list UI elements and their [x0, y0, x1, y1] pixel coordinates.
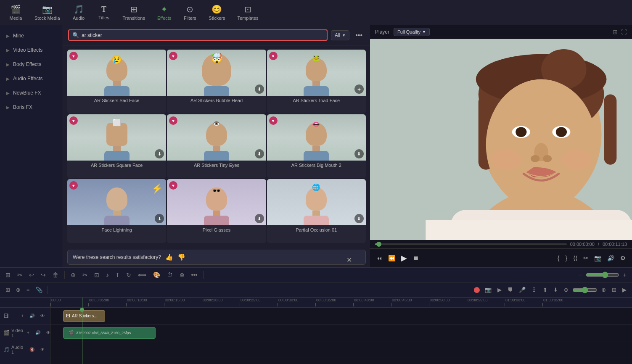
close-satisfaction-button[interactable]: ✕: [341, 253, 357, 267]
download-badge[interactable]: ⬇: [255, 149, 264, 158]
more2-button[interactable]: •••: [189, 270, 200, 280]
effect-tiny-eyes[interactable]: 👁️ ♥ ⬇ AR Stickers Tiny Eyes: [167, 114, 266, 178]
sidebar-item-audio-effects[interactable]: ▶ Audio Effects: [0, 71, 63, 86]
thumbs-down-button[interactable]: 👎: [177, 253, 185, 261]
tl-add-button[interactable]: ⊞: [3, 285, 12, 294]
download-badge[interactable]: ⬇: [255, 214, 264, 223]
effect-partial-occlusion[interactable]: 🌐 ⬇ Partial Occlusion 01: [267, 179, 366, 243]
effect-toad-face[interactable]: 🐸 ♥ + AR Stickers Toad Face: [267, 50, 366, 113]
mark-out-button[interactable]: }: [564, 253, 569, 263]
playhead-top[interactable]: [80, 308, 84, 312]
add-badge[interactable]: +: [354, 84, 364, 94]
redo-button[interactable]: ↪: [39, 270, 48, 280]
search-input[interactable]: [82, 32, 323, 38]
cut-button[interactable]: ✂: [80, 270, 90, 280]
group-button[interactable]: ⊕: [69, 270, 78, 280]
quality-select[interactable]: Full Quality ▼: [394, 28, 430, 36]
tl-mic-button[interactable]: 🎤: [517, 285, 528, 294]
tl-group-button[interactable]: ⊕: [14, 285, 23, 294]
ar-sticker-clip[interactable]: 🎞 AR Stickers...: [63, 310, 105, 322]
ruler-mark-5: 00:00:25:00: [240, 298, 278, 306]
filter-dropdown[interactable]: All ▼: [331, 30, 349, 40]
tl-export-button[interactable]: ⬆: [541, 285, 550, 294]
thumbs-up-button[interactable]: 👍: [165, 253, 173, 261]
tl-camera-button[interactable]: 📷: [483, 285, 494, 294]
track-volume-btn2[interactable]: 🔊: [33, 329, 42, 336]
toolbar-audio[interactable]: 🎵 Audio: [67, 2, 90, 23]
effect-big-mouth-2[interactable]: 👄 ♥ ⬇ AR Stickers Big Mouth 2: [267, 114, 366, 178]
zoom-slider[interactable]: [586, 272, 619, 278]
track-volume-btn[interactable]: 🔊: [27, 312, 37, 319]
tl-shield-button[interactable]: ⛊: [505, 285, 515, 294]
text-button[interactable]: T: [114, 270, 122, 280]
split-button[interactable]: ✂: [582, 253, 590, 263]
stabilize-button[interactable]: ⊛: [177, 270, 187, 280]
toolbar-filters[interactable]: ⊙ Filters: [178, 2, 201, 23]
tl-play2-button[interactable]: ▶: [495, 285, 504, 294]
track-mute-btn[interactable]: 🔇: [27, 346, 37, 353]
color-button[interactable]: 🎨: [151, 270, 162, 280]
timeline-tracks[interactable]: 00:00 00:00:05:00 00:00:10:00 00:00:15:0…: [50, 298, 632, 364]
zoom-in-button[interactable]: +: [621, 270, 629, 280]
track-visible-btn3[interactable]: 👁: [38, 346, 47, 353]
tl-tracks-button[interactable]: ≡: [24, 285, 32, 294]
play-button[interactable]: ▶: [400, 252, 408, 264]
volume-button[interactable]: 🔊: [606, 253, 616, 263]
track-add-btn2[interactable]: +: [25, 329, 32, 336]
fullscreen-icon[interactable]: ⛶: [621, 29, 627, 35]
tl-grid-button[interactable]: ⊞: [610, 285, 619, 294]
toolbar-templates[interactable]: ⊡ Templates: [232, 2, 263, 23]
download-badge[interactable]: ⬇: [354, 214, 364, 223]
more-button[interactable]: •••: [353, 31, 365, 40]
sidebar-item-video-effects[interactable]: ▶ Video Effects: [0, 43, 63, 57]
search-input-wrap[interactable]: 🔍: [68, 29, 328, 41]
tl-tracks2-button[interactable]: 🎚: [529, 285, 539, 294]
music-button[interactable]: ♪: [104, 270, 111, 280]
tl-clip-button[interactable]: 📎: [34, 285, 45, 294]
speed-button[interactable]: ⏱: [165, 270, 175, 280]
undo-button[interactable]: ↩: [27, 270, 36, 280]
download-badge[interactable]: ⬇: [354, 149, 364, 158]
trim-button[interactable]: ✂: [15, 270, 24, 280]
toolbar-transitions[interactable]: ⊞ Transitions: [118, 2, 150, 23]
toolbar-stickers[interactable]: 😊 Stickers: [204, 2, 230, 23]
toolbar-effects[interactable]: ✦ Effects: [152, 2, 176, 23]
zoom-out-button[interactable]: −: [576, 270, 584, 280]
tl-import-button[interactable]: ⬇: [551, 285, 560, 294]
track-add-btn[interactable]: +: [19, 312, 26, 319]
crop-button[interactable]: ⊡: [92, 270, 101, 280]
snapshot-button[interactable]: 📷: [593, 253, 603, 263]
sidebar-item-mine[interactable]: ▶ Mine: [0, 29, 63, 43]
prev-frame-button[interactable]: ⟨⟨: [572, 253, 579, 263]
tl-zoom-out-button[interactable]: ⊖: [562, 285, 571, 294]
video-clip[interactable]: 🎬 3762907-uhd_3840_2160_25fps: [63, 327, 156, 339]
mark-in-button[interactable]: {: [556, 253, 561, 263]
tl-expand-button[interactable]: ▶: [620, 285, 629, 294]
effect-square-face[interactable]: ⬜ ♥ ⬇ AR Stickers Square Face: [67, 114, 166, 178]
sidebar-item-body-effects[interactable]: ▶ Body Effects: [0, 57, 63, 71]
tl-zoom-slider[interactable]: [572, 287, 598, 293]
toolbar-titles[interactable]: T Titles: [93, 3, 116, 22]
grid-view-icon[interactable]: ⊞: [613, 29, 618, 35]
effect-sad-face[interactable]: 😢 ♥ AR Stickers Sad Face: [67, 50, 166, 113]
ruler-mark-10: 00:00:50:00: [429, 298, 467, 306]
effect-bubble-head[interactable]: 🤯 ♥ ⬇ AR Stickers Bubble Head: [167, 50, 266, 113]
skip-back-button[interactable]: ⏮: [375, 253, 383, 263]
progress-track[interactable]: [375, 243, 567, 245]
tl-zoom-in-button[interactable]: ⊕: [599, 285, 608, 294]
toolbar-stock-media[interactable]: 📷 Stock Media: [29, 2, 65, 23]
add-track-button[interactable]: ⊞: [3, 270, 13, 280]
rotate-button[interactable]: ↻: [124, 270, 133, 280]
delete-button[interactable]: 🗑: [50, 270, 61, 280]
track-visible-btn[interactable]: 👁: [38, 312, 47, 319]
effect-face-lightning[interactable]: ⚡ ♥ ⬇ Face Lightning: [67, 179, 166, 243]
sidebar-item-boris-fx[interactable]: ▶ Boris FX: [0, 100, 63, 114]
effect-pixel-glasses[interactable]: 🕶️ ♥ ⬇ Pixel Glasses: [167, 179, 266, 243]
settings-button[interactable]: ⚙: [619, 253, 627, 263]
download-badge[interactable]: ⬇: [255, 84, 264, 94]
sidebar-item-newblue-fx[interactable]: ▶ NewBlue FX: [0, 86, 63, 100]
step-back-button[interactable]: ⏪: [387, 253, 397, 263]
toolbar-media[interactable]: 🎬 Media: [4, 2, 27, 23]
stop-button[interactable]: ⏹: [412, 253, 420, 263]
flip-h-button[interactable]: ⟺: [136, 270, 148, 280]
